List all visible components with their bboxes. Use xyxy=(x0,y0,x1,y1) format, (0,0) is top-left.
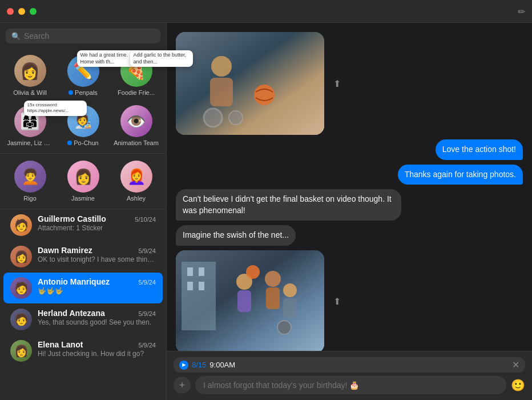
avatar-label-ashley: Ashley xyxy=(127,195,146,202)
search-bar[interactable]: 🔍 xyxy=(6,29,160,43)
avatar-item-rigo[interactable]: 🧑‍🦱 Rigo xyxy=(5,157,55,205)
svg-rect-13 xyxy=(237,290,251,312)
svg-rect-2 xyxy=(210,78,233,106)
maximize-button[interactable] xyxy=(30,8,37,15)
conv-info-dawn: Dawn Ramirez 5/9/24 OK to visit tonight?… xyxy=(38,246,156,263)
mini-avatar-row: 🧑‍🦱 Rigo 👩 Jasmine 👩‍🦰 Ashley xyxy=(0,154,166,209)
avatar-item-jasmine-liz[interactable]: 15x crossword: https://apple.news/... 👩‍… xyxy=(5,102,55,150)
conv-item-guillermo[interactable]: 🧑 Guillermo Castillo 5/10/24 Attachment:… xyxy=(3,210,163,241)
avatar-emoji-jasmine-liz: 👩‍👩‍👧 xyxy=(14,105,46,137)
conv-header-herland: Herland Antezana 5/9/24 xyxy=(38,309,156,318)
pochun-badge-dot xyxy=(67,141,72,145)
svg-point-3 xyxy=(204,109,222,127)
avatar-emoji-penpals: ✏️ xyxy=(67,55,99,87)
emoji-picker-button[interactable]: 🙂 xyxy=(511,378,525,392)
pochun-badge-label: Po-Chun xyxy=(67,139,98,146)
conversation-list: 🧑 Guillermo Castillo 5/10/24 Attachment:… xyxy=(0,209,166,400)
svg-rect-0 xyxy=(176,32,324,135)
message-input-row: + 🙂 xyxy=(174,376,525,394)
conv-date-guillermo: 5/10/24 xyxy=(135,216,156,223)
avatar-herland: 🧑 xyxy=(10,309,32,330)
conv-item-dawn[interactable]: 👩 Dawn Ramirez 5/9/24 OK to visit tonigh… xyxy=(3,241,163,272)
avatar-emoji-olivia: 👩 xyxy=(14,55,46,87)
conv-preview-dawn: OK to visit tonight? I have some things … xyxy=(38,255,156,263)
svg-point-5 xyxy=(254,85,275,105)
avatar-guillermo: 🧑 xyxy=(10,214,32,236)
photo-placeholder-2 xyxy=(176,250,324,351)
avatar-label-jasmine2: Jasmine xyxy=(71,195,95,202)
conv-item-antonio[interactable]: 🧑 Antonio Manriquez 5/9/24 🤟🤟🤟 xyxy=(3,273,163,303)
input-area: ▶ 8/15 9:00AM ✕ + 🙂 xyxy=(167,351,532,400)
avatar-circle-olivia: 👩 xyxy=(14,55,46,87)
avatar-emoji-rigo: 🧑‍🦱 xyxy=(14,161,46,193)
avatar-item-animation-team[interactable]: 👁️ Animation Team xyxy=(111,102,162,150)
conv-info-guillermo: Guillermo Castillo 5/10/24 Attachment: 1… xyxy=(38,214,156,232)
avatar-item-ashley[interactable]: 👩‍🦰 Ashley xyxy=(111,157,162,205)
msg-row-photo1: ⬆ xyxy=(176,32,523,135)
conv-date-antonio: 5/9/24 xyxy=(138,279,156,286)
share-button-2[interactable]: ⬆ xyxy=(331,294,343,309)
avatar-circle-penpals: ✏️ xyxy=(67,55,99,87)
char-indicator: ▶ 8/15 9:00AM ✕ xyxy=(174,357,525,373)
char-dot-icon: ▶ xyxy=(182,362,186,367)
close-button[interactable] xyxy=(7,8,14,15)
msg-row-cant-believe: Can't believe I didn't get the final bas… xyxy=(176,189,523,221)
char-close-button[interactable]: ✕ xyxy=(512,359,519,370)
avatar-grid: 👩 Olivia & Will We had a great time. Hom… xyxy=(0,48,166,154)
svg-point-1 xyxy=(211,56,232,77)
svg-rect-10 xyxy=(187,282,193,290)
conv-item-elena[interactable]: 👩 Elena Lanot 5/9/24 Hi! Just checking i… xyxy=(3,335,163,366)
avatar-item-pochun[interactable]: 🧑‍🎨 Po-Chun xyxy=(58,102,108,150)
conv-header-guillermo: Guillermo Castillo 5/10/24 xyxy=(38,214,156,223)
avatar-item-penpals[interactable]: We had a great time. Home with th... ✏️ … xyxy=(58,51,108,99)
titlebar: ✏ xyxy=(0,0,532,23)
avatar-emoji-jasmine2: 👩 xyxy=(67,161,99,193)
compose-button[interactable]: ✏ xyxy=(518,6,525,17)
penpals-badge-label: Penpals xyxy=(68,89,98,96)
avatar-label-foodie: Foodie Frie... xyxy=(118,89,155,96)
avatar-circle-jasmine-liz: 👩‍👩‍👧 xyxy=(14,105,46,137)
svg-rect-11 xyxy=(199,282,204,290)
avatar-label-rigo: Rigo xyxy=(23,195,37,202)
conv-name-herland: Herland Antezana xyxy=(38,309,105,318)
conv-header-dawn: Dawn Ramirez 5/9/24 xyxy=(38,246,156,255)
avatar-emoji-foodie: 🍕 xyxy=(120,55,152,87)
msg-row-photo2: ⬆ xyxy=(176,250,523,351)
avatar-antonio: 🧑 xyxy=(10,277,32,299)
avatar-circle-ashley: 👩‍🦰 xyxy=(120,161,152,193)
msg-bubble-cant-believe: Can't believe I didn't get the final bas… xyxy=(176,189,401,221)
photo-message-1 xyxy=(176,32,324,135)
add-attachment-button[interactable]: + xyxy=(174,377,191,394)
conv-name-antonio: Antonio Manriquez xyxy=(38,277,110,286)
char-indicator-row: ▶ 8/15 9:00AM ✕ xyxy=(174,357,525,373)
conv-preview-elena: Hi! Just checking in. How did it go? xyxy=(38,350,156,358)
avatar-circle-rigo: 🧑‍🦱 xyxy=(14,161,46,193)
conv-item-herland[interactable]: 🧑 Herland Antezana 5/9/24 Yes, that soun… xyxy=(3,304,163,335)
char-time: 9:00AM xyxy=(209,361,509,369)
avatar-item-foodie[interactable]: Add garlic to the butter, and then... 🍕 … xyxy=(111,51,162,99)
svg-rect-8 xyxy=(187,267,193,276)
conv-name-guillermo: Guillermo Castillo xyxy=(38,214,106,223)
avatar-circle-foodie: 🍕 xyxy=(120,55,152,87)
svg-point-18 xyxy=(277,321,291,334)
photo-message-2 xyxy=(176,250,324,351)
search-icon: 🔍 xyxy=(11,32,21,41)
msg-row-swish: Imagine the swish of the net... xyxy=(176,225,523,246)
svg-rect-9 xyxy=(199,267,204,276)
avatar-dawn: 👩 xyxy=(10,246,32,267)
avatar-item-jasmine2[interactable]: 👩 Jasmine xyxy=(58,157,108,205)
share-button-1[interactable]: ⬆ xyxy=(331,76,343,91)
minimize-button[interactable] xyxy=(18,8,25,15)
search-input[interactable] xyxy=(24,31,155,41)
conv-date-dawn: 5/9/24 xyxy=(138,247,156,254)
chat-area: To: Antonio Manriquez 📹 ℹ️ xyxy=(167,0,532,400)
app-container: 🔍 👩 Olivia & Will We had a great time. H… xyxy=(0,0,532,400)
penpals-badge-dot xyxy=(68,90,73,95)
avatar-label-olivia: Olivia & Will xyxy=(13,89,47,96)
conv-preview-herland: Yes, that sounds good! See you then. xyxy=(38,318,156,326)
avatar-item-olivia-will[interactable]: 👩 Olivia & Will xyxy=(5,51,55,99)
message-text-input[interactable] xyxy=(195,376,506,394)
photo-placeholder-1 xyxy=(176,32,324,135)
msg-bubble-thanks-photos: Thanks again for taking photos. xyxy=(398,165,523,185)
msg-bubble-swish: Imagine the swish of the net... xyxy=(176,225,296,246)
